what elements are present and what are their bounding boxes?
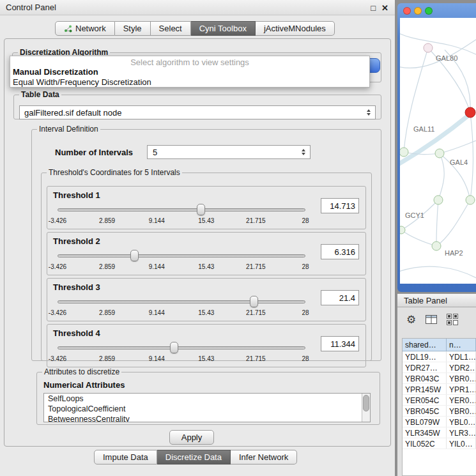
network-node[interactable] [424, 43, 433, 52]
slider-tick-labels: -3.4262.8599.14415.4321.71528 [58, 217, 305, 225]
table-row[interactable]: YPR145WYPR1… [403, 384, 476, 395]
tick-label: 2.859 [99, 217, 115, 224]
threshold-slider[interactable]: -3.4262.8599.14415.4321.71528 [58, 203, 305, 226]
close-window-icon[interactable] [403, 7, 411, 15]
tick-label: 9.144 [149, 355, 165, 362]
node-label: HAP2 [445, 249, 463, 257]
tab-label: Impute Data [103, 450, 148, 464]
combo-arrows-icon[interactable] [364, 109, 373, 116]
group-title: Threshold's Coordinates for 5 Intervals [47, 168, 182, 177]
slider-thumb[interactable] [130, 250, 139, 261]
group-title: Interval Definition [37, 125, 100, 134]
tick-label: 21.715 [246, 263, 266, 270]
table-toolbar: ⚙ [406, 312, 458, 326]
threshold-value-field[interactable] [321, 198, 359, 213]
list-scrollbar[interactable] [362, 394, 370, 422]
table-data-combo[interactable]: galFiltered.sif default node [19, 105, 376, 119]
list-item[interactable]: BetweennessCentrality [44, 414, 370, 422]
select-columns-icon[interactable] [447, 314, 458, 325]
dropdown-placeholder-item: Select algorithm to view settings [10, 58, 369, 67]
numerical-attributes-list[interactable]: SelfLoopsTopologicalCoefficientBetweenne… [43, 393, 371, 422]
table-row[interactable]: YBL079WYBL0… [403, 417, 476, 427]
apply-button[interactable]: Apply [169, 430, 214, 445]
columns-icon[interactable] [426, 315, 437, 324]
algorithm-dropdown-list: Select algorithm to view settings Manual… [10, 56, 370, 88]
network-node[interactable] [400, 148, 408, 157]
node-label: GAL11 [413, 125, 434, 133]
threshold-slider[interactable]: -3.4262.8599.14415.4321.71528 [58, 249, 305, 272]
list-item[interactable]: TopologicalCoefficient [44, 404, 370, 414]
threshold-label: Threshold 2 [53, 236, 100, 246]
settings-gear-icon[interactable]: ⚙ [406, 314, 416, 325]
column-header[interactable]: n… [447, 339, 476, 351]
table-row[interactable]: YDL19…YDL1… [403, 351, 476, 362]
tick-label: 28 [302, 355, 309, 362]
tab-style[interactable]: Style [115, 21, 151, 36]
network-node[interactable] [432, 242, 441, 250]
table-cell: YIL0… [447, 438, 476, 449]
tab-jactivemnodules[interactable]: jActiveMNodules [256, 21, 335, 36]
table-cell: YPR1… [447, 384, 476, 394]
tick-label: 2.859 [99, 263, 115, 270]
network-icon [64, 25, 72, 33]
table-cell: YDL1… [447, 351, 476, 362]
tab-discretize-data[interactable]: Discretize Data [157, 450, 231, 464]
tab-label: Discretize Data [165, 450, 222, 464]
spinner-arrows-icon[interactable] [299, 149, 308, 155]
threshold-value-field[interactable] [321, 244, 359, 259]
zoom-window-icon[interactable] [425, 7, 433, 15]
network-view-window: GAL80GAL11GAL4GCY1HAP2 [397, 3, 476, 292]
tick-label: 15.43 [198, 217, 214, 224]
spinner-value: 5 [153, 148, 157, 157]
table-row[interactable]: YLR345WYLR3… [403, 427, 476, 438]
network-node[interactable] [400, 226, 405, 234]
tab-select[interactable]: Select [151, 21, 191, 36]
tab-infer-network[interactable]: Infer Network [231, 450, 297, 464]
list-item[interactable]: SelfLoops [44, 394, 370, 404]
table-row[interactable]: YER054CYER0… [403, 395, 476, 406]
column-header[interactable]: shared… [403, 339, 447, 351]
tab-label: Select [159, 22, 182, 35]
minimize-window-icon[interactable] [414, 7, 422, 15]
top-tab-bar: NetworkStyleSelectCyni ToolboxjActiveMNo… [55, 21, 335, 36]
tab-network[interactable]: Network [55, 21, 115, 36]
table-row[interactable]: YBR045CYBR0… [403, 406, 476, 417]
intervals-spinner[interactable]: 5 [147, 145, 311, 159]
slider-track [58, 346, 305, 349]
table-row[interactable]: YIL052CYIL0… [403, 438, 476, 449]
table-row[interactable]: YDR27…YDR2… [403, 362, 476, 373]
table-row[interactable]: YBR043CYBR0… [403, 373, 476, 384]
tick-label: 28 [302, 309, 309, 316]
float-window-icon[interactable]: □ [371, 4, 376, 12]
tab-impute-data[interactable]: Impute Data [94, 450, 157, 464]
numerical-attributes-label: Numerical Attributes [43, 380, 125, 390]
table-panel-titlebar: Table Panel [397, 293, 476, 307]
threshold-slider[interactable]: -3.4262.8599.14415.4321.71528 [58, 295, 305, 318]
threshold-value-field[interactable] [321, 290, 359, 305]
group-title: Table Data [19, 90, 61, 99]
network-canvas[interactable]: GAL80GAL11GAL4GCY1HAP2 [400, 18, 476, 284]
tick-label: -3.426 [49, 263, 66, 270]
control-panel-window: Control Panel □ ✕ NetworkStyleSelectCyni… [0, 0, 395, 476]
scrollbar-thumb[interactable] [363, 395, 369, 411]
threshold-slider[interactable]: -3.4262.8599.14415.4321.71528 [58, 341, 305, 364]
dropdown-item-equal-width-frequency[interactable]: Equal Width/Frequency Discretization [10, 77, 369, 88]
table-cell: YBR0… [447, 406, 476, 416]
tick-label: 21.715 [246, 309, 266, 316]
combo-selected-value: galFiltered.sif default node [20, 108, 364, 118]
tab-cyni-toolbox[interactable]: Cyni Toolbox [191, 21, 256, 36]
table-cell: YDR2… [447, 362, 476, 372]
dropdown-item-manual-discretization[interactable]: Manual Discretization [10, 67, 369, 77]
network-node[interactable] [435, 149, 444, 158]
slider-thumb[interactable] [170, 342, 178, 353]
network-node[interactable] [466, 196, 475, 204]
network-node[interactable] [434, 196, 443, 204]
slider-thumb[interactable] [197, 204, 205, 215]
threshold-value-field[interactable] [321, 336, 359, 351]
tab-label: Style [123, 22, 142, 35]
close-icon[interactable]: ✕ [381, 4, 388, 12]
tab-label: Cyni Toolbox [199, 22, 247, 35]
tick-label: 15.43 [198, 309, 214, 316]
slider-thumb[interactable] [250, 296, 258, 307]
network-node-highlighted[interactable] [465, 107, 475, 118]
